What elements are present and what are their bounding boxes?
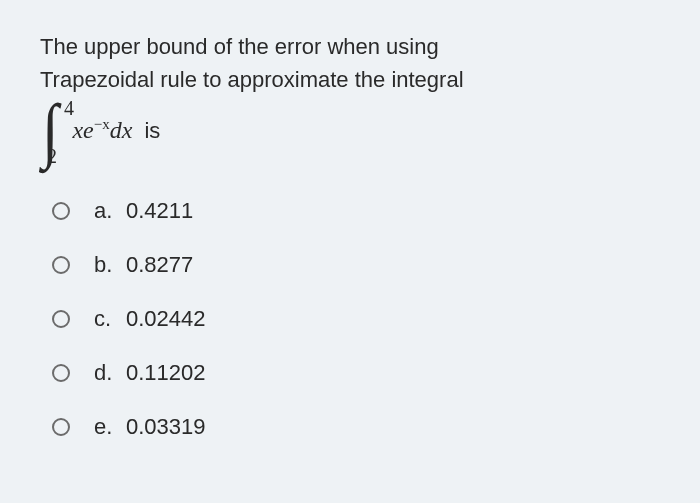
option-d[interactable]: d. 0.11202 (52, 346, 660, 400)
integral-upper-limit: 4 (64, 100, 74, 116)
option-letter: c. (94, 306, 126, 332)
radio-icon[interactable] (52, 202, 70, 220)
option-a[interactable]: a. 0.4211 (52, 184, 660, 238)
option-value: 0.8277 (126, 252, 193, 278)
integral-sign: ∫ 4 2 (42, 106, 58, 154)
integrand-xe: xe (72, 117, 93, 143)
integrand-exponent: −x (94, 116, 110, 132)
option-value: 0.03319 (126, 414, 206, 440)
radio-icon[interactable] (52, 256, 70, 274)
option-letter: a. (94, 198, 126, 224)
integral-expression: ∫ 4 2 xe−xdx is (42, 106, 660, 154)
option-e[interactable]: e. 0.03319 (52, 400, 660, 454)
integrand: xe−xdx is (72, 116, 160, 144)
integral-lower-limit: 2 (47, 148, 57, 164)
option-value: 0.4211 (126, 198, 193, 224)
question-line-1: The upper bound of the error when using (40, 34, 439, 59)
option-value: 0.11202 (126, 360, 206, 386)
option-letter: e. (94, 414, 126, 440)
radio-icon[interactable] (52, 310, 70, 328)
options-list: a. 0.4211 b. 0.8277 c. 0.02442 d. 0.1120… (52, 184, 660, 454)
integral-trailing-word: is (144, 118, 160, 143)
integrand-dx: dx (110, 117, 133, 143)
option-letter: d. (94, 360, 126, 386)
option-value: 0.02442 (126, 306, 206, 332)
question-stem: The upper bound of the error when using … (40, 30, 660, 96)
question-line-2: Trapezoidal rule to approximate the inte… (40, 67, 464, 92)
radio-icon[interactable] (52, 364, 70, 382)
radio-icon[interactable] (52, 418, 70, 436)
option-letter: b. (94, 252, 126, 278)
option-b[interactable]: b. 0.8277 (52, 238, 660, 292)
option-c[interactable]: c. 0.02442 (52, 292, 660, 346)
